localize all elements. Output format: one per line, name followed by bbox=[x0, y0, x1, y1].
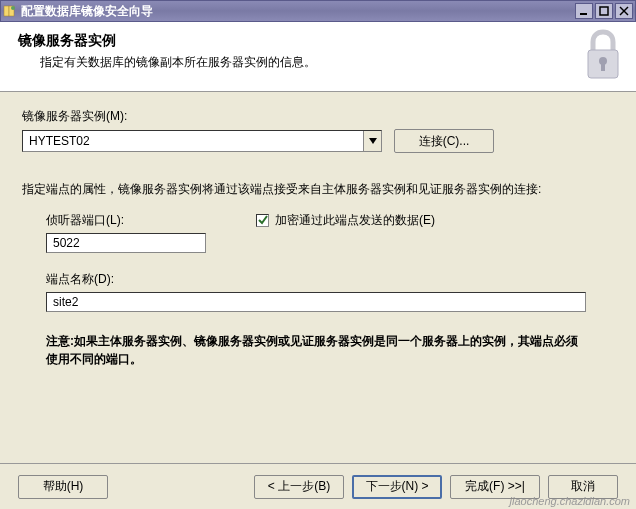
mirror-server-combo[interactable]: HYTEST02 bbox=[22, 130, 382, 152]
content-panel: 镜像服务器实例(M): HYTEST02 连接(C)... 指定端点的属性，镜像… bbox=[0, 92, 636, 464]
wizard-header: 镜像服务器实例 指定有关数据库的镜像副本所在服务器实例的信息。 bbox=[0, 22, 636, 92]
page-subtitle: 指定有关数据库的镜像副本所在服务器实例的信息。 bbox=[40, 54, 618, 71]
encrypt-group: 加密通过此端点发送的数据(E) bbox=[256, 212, 435, 229]
titlebar: 配置数据库镜像安全向导 bbox=[0, 0, 636, 22]
svg-rect-9 bbox=[601, 63, 605, 71]
encrypt-label: 加密通过此端点发送的数据(E) bbox=[275, 212, 435, 229]
maximize-button[interactable] bbox=[595, 3, 613, 19]
lock-icon bbox=[578, 28, 628, 84]
listener-port-group: 侦听器端口(L): bbox=[46, 212, 206, 253]
window-controls bbox=[575, 3, 633, 19]
next-button[interactable]: 下一步(N) > bbox=[352, 475, 442, 499]
port-encrypt-row: 侦听器端口(L): 加密通过此端点发送的数据(E) bbox=[22, 212, 614, 253]
chevron-down-icon[interactable] bbox=[363, 131, 381, 151]
connect-button[interactable]: 连接(C)... bbox=[394, 129, 494, 153]
watermark: jiaocheng.chazidian.com bbox=[510, 495, 630, 507]
svg-rect-4 bbox=[600, 7, 608, 15]
titlebar-title: 配置数据库镜像安全向导 bbox=[21, 3, 575, 20]
help-button[interactable]: 帮助(H) bbox=[18, 475, 108, 499]
endpoint-name-group: 端点名称(D): bbox=[46, 271, 614, 312]
close-button[interactable] bbox=[615, 3, 633, 19]
back-button[interactable]: < 上一步(B) bbox=[254, 475, 344, 499]
app-icon bbox=[3, 4, 17, 18]
mirror-server-value: HYTEST02 bbox=[23, 132, 363, 150]
mirror-server-label: 镜像服务器实例(M): bbox=[22, 108, 614, 125]
endpoint-description: 指定端点的属性，镜像服务器实例将通过该端点接受来自主体服务器实例和见证服务器实例… bbox=[22, 181, 614, 198]
listener-port-label: 侦听器端口(L): bbox=[46, 212, 206, 229]
svg-rect-0 bbox=[4, 6, 9, 16]
listener-port-input[interactable] bbox=[46, 233, 206, 253]
mirror-server-row: HYTEST02 连接(C)... bbox=[22, 129, 614, 153]
svg-marker-10 bbox=[369, 138, 377, 144]
svg-point-2 bbox=[11, 6, 15, 10]
endpoint-name-label: 端点名称(D): bbox=[46, 271, 614, 288]
page-title: 镜像服务器实例 bbox=[18, 32, 618, 50]
endpoint-name-input[interactable] bbox=[46, 292, 586, 312]
warning-text: 注意:如果主体服务器实例、镜像服务器实例或见证服务器实例是同一个服务器上的实例，… bbox=[46, 332, 586, 368]
encrypt-checkbox[interactable] bbox=[256, 214, 269, 227]
minimize-button[interactable] bbox=[575, 3, 593, 19]
